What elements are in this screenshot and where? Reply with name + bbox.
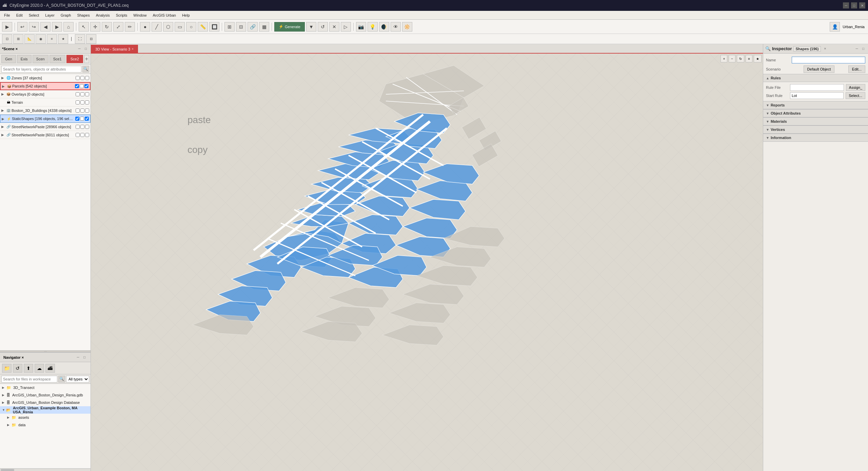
layer-lock-boston3d[interactable] [80,109,84,113]
expand-btn[interactable]: ⛶ [75,34,85,44]
view-options[interactable]: 👁 [391,22,401,32]
layer-item-streetnet2[interactable]: ▶ 🔗 StreetNetworkPaste [6011 objects] [0,131,91,139]
refresh-button[interactable]: ↺ [318,22,328,32]
move-tool[interactable]: ✛ [90,22,100,32]
layer-item-parcels[interactable]: ▶ 📦 Parcels [542 objects] [0,82,91,90]
layer-vis-parcels[interactable] [75,84,79,88]
nav-item-arcgis-design-renia[interactable]: ▶ 🗄 ArcGIS_Urban_Boston_Design_Renia.gdb [0,391,91,399]
title-bar-controls[interactable]: ─ □ ✕ [843,2,865,8]
layer-lock-streetnet2[interactable] [80,133,84,137]
align-tool[interactable]: ⊞ [224,22,235,32]
default-object-btn[interactable]: Default Object [804,65,835,73]
layer-vis-boston3d[interactable] [76,109,80,113]
layer-sel-terrain[interactable] [85,100,89,104]
layer-lock-streetnet1[interactable] [80,125,84,129]
home-button[interactable]: ⌂ [63,22,74,32]
cancel-generate[interactable]: ✕ [329,22,339,32]
view-zoom-out[interactable]: − [729,55,735,62]
tab-sce2[interactable]: Sce2 [66,55,83,63]
scale-tool[interactable]: ⤢ [113,22,123,32]
layer-sel-boston3d[interactable] [85,109,89,113]
nav-upload-btn[interactable]: ⬆ [24,364,33,373]
draw-point[interactable]: ● [140,22,150,32]
layer-sel-static[interactable] [85,117,89,121]
tab-exis[interactable]: Exis [17,55,32,63]
view-zoom-in[interactable]: + [721,55,727,62]
layer-vis-streetnet1[interactable] [76,125,80,129]
redo-button[interactable]: ↪ [29,22,39,32]
nav-3d-btn[interactable]: 🏙 [45,364,55,373]
snap-tool[interactable]: 🔗 [248,22,258,32]
panel-minimize[interactable]: ─ [77,46,82,52]
panel-maximize[interactable]: □ [83,46,88,52]
layer-item-zones[interactable]: ▶ 🌐 Zones [37 objects] [0,74,91,82]
tab-scen[interactable]: Scen [33,55,48,63]
menu-arcgis-urban[interactable]: ArcGIS Urban [150,13,178,18]
nav-item-3dtransect[interactable]: ▶ 📁 3D_Transect [0,384,91,391]
view-star[interactable]: ★ [754,55,762,62]
nav-type-filter[interactable]: All types [66,376,89,382]
zoom-select[interactable]: ⊞ [13,34,23,44]
layer-sel-zones[interactable] [85,76,89,80]
nav-minimize[interactable]: ─ [75,355,81,360]
select-tool[interactable]: ↖ [79,22,89,32]
menu-help[interactable]: Help [179,13,193,18]
layer-sel-overlays[interactable] [85,92,89,96]
nav-scrollbar[interactable] [0,468,91,471]
menu-select[interactable]: Select [26,13,42,18]
inspector-maximize[interactable]: □ [861,46,866,52]
nav-search-button[interactable]: 🔍 [58,376,65,382]
rule-file-input[interactable] [790,84,844,91]
tab-sce1[interactable]: Sce1 [50,55,65,63]
user-account[interactable]: 👤 [830,22,840,32]
menu-shapes[interactable]: Shapes [74,13,92,18]
rules-section-header[interactable]: ▲ Rules [763,74,868,82]
play-button[interactable]: ▶ [2,22,12,32]
nav-maximize[interactable]: □ [82,355,87,360]
layer-lock-zones[interactable] [80,76,84,80]
menu-edit[interactable]: Edit [14,13,25,18]
edit-btn[interactable]: Edit... [848,65,865,73]
nav-folder-btn[interactable]: 📁 [2,364,12,373]
vertices-section-header[interactable]: ▼ Vertices [763,125,868,134]
texture-tool[interactable]: 🔲 [209,22,219,32]
layer-vis-overlays[interactable] [76,92,80,96]
menu-scripts[interactable]: Scripts [113,13,130,18]
nav-item-data[interactable]: ▶ 📁 data [0,421,91,429]
render-quality[interactable]: 🔆 [402,22,412,32]
nav-forward-button[interactable]: ▶ [52,22,62,32]
layer-sel-parcels[interactable] [84,84,88,88]
layer-vis[interactable]: ≡ [47,34,57,44]
draw-rect[interactable]: ▭ [175,22,185,32]
layer-item-static[interactable]: ▶ ⚡ StaticShapes [196 objects, 196 selec… [0,115,91,123]
light-tool[interactable]: 💡 [368,22,378,32]
layer-item-terrain[interactable]: 🏔 Terrain [0,98,91,106]
menu-layer[interactable]: Layer [42,13,57,18]
edit-tool[interactable]: ✏ [125,22,135,32]
close-button[interactable]: ✕ [859,2,865,8]
draw-line[interactable]: ╱ [152,22,162,32]
tab-gen[interactable]: Gen [1,55,16,63]
menu-file[interactable]: File [1,13,13,18]
layer-vis-zones[interactable] [76,76,80,80]
reports-section-header[interactable]: ▼ Reports [763,101,868,109]
star-btn[interactable]: ★ [58,34,68,44]
assign-button[interactable]: Assign_ [846,84,865,91]
layer-lock-parcels[interactable] [80,84,84,88]
nav-cloud-btn[interactable]: ☁ [35,364,44,373]
tab-add-button[interactable]: + [84,55,89,63]
menu-graph[interactable]: Graph [58,13,74,18]
nav-item-arcgis-db[interactable]: ▶ 🗄 ArcGIS_Urban_Boston Design Database [0,399,91,406]
inspector-minimize[interactable]: ─ [854,46,860,52]
select-button[interactable]: Select... [846,92,865,99]
menu-window[interactable]: Window [131,13,149,18]
shrink-btn[interactable]: ⊟ [86,34,96,44]
undo-button[interactable]: ↩ [17,22,27,32]
layer-item-overlays[interactable]: ▶ 📦 Overlays [0 objects] [0,90,91,98]
view-mode[interactable]: ◉ [36,34,46,44]
draw-poly[interactable]: ⬡ [163,22,173,32]
view-tab-3d[interactable]: 3D View - Scenario 3 × [91,45,138,53]
layer-lock-terrain[interactable] [80,100,84,104]
inspector-close-btn[interactable]: × [822,46,828,52]
layer-vis-streetnet2[interactable] [76,133,80,137]
